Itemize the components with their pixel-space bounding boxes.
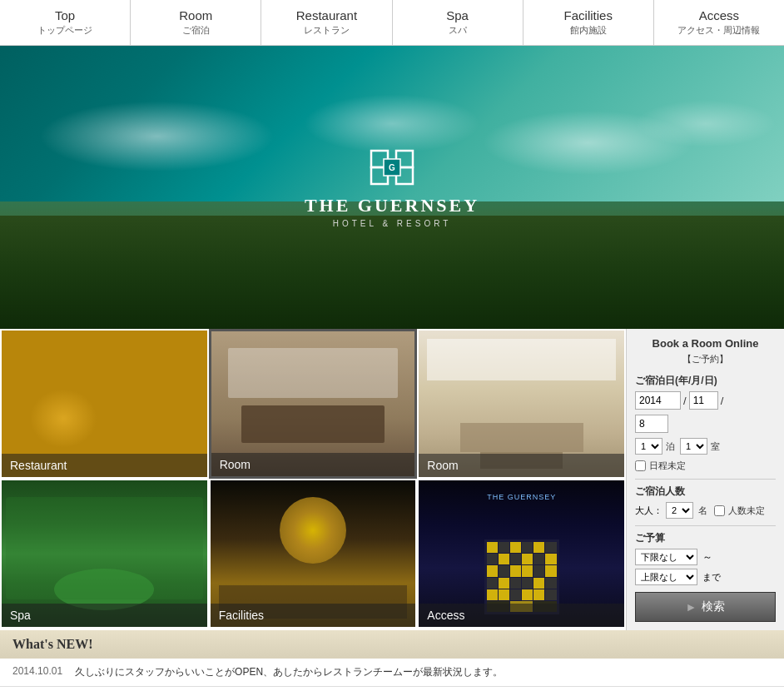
- facilities-label: Facilities: [211, 604, 416, 627]
- whats-new-section: What's NEW! 2014.10.01 久しぶりにスタッフからいいことがO…: [0, 630, 784, 687]
- nav-spa-sub: スパ: [397, 24, 519, 37]
- nav-facilities-sub: 館内施設: [528, 24, 649, 37]
- hero-forest: [0, 216, 784, 329]
- grid-cell-spa[interactable]: Spa: [0, 479, 209, 629]
- grid-cell-room2[interactable]: Room: [417, 329, 626, 479]
- booking-undecided-date-label: 日程未定: [649, 460, 686, 472]
- booking-month-sep: /: [721, 395, 724, 407]
- booking-upper-limit-select[interactable]: 上限なし10000円15000円20000円: [635, 569, 697, 585]
- booking-guests-label: ご宿泊人数: [635, 485, 776, 499]
- booking-panel: Book a Room Online 【ご予約】 ご宿泊日(年/月/日) / /…: [626, 329, 784, 630]
- news-item: 2014.10.01 久しぶりにスタッフからいいことがOPEN、あしたからレスト…: [12, 665, 772, 679]
- booking-adults-row: 大人： 1234 名 人数未定: [635, 502, 776, 519]
- nav-room-main: Room: [135, 8, 256, 22]
- grid-cell-restaurant[interactable]: Restaurant: [0, 329, 209, 479]
- logo-icon: G: [367, 147, 417, 188]
- nav-top-main: Top: [4, 8, 126, 22]
- nav-facilities-main: Facilities: [528, 8, 649, 22]
- search-arrow-icon: ►: [686, 600, 697, 614]
- booking-day-row: [635, 415, 776, 433]
- room2-label: Room: [419, 454, 624, 477]
- booking-budget-upper-row: 上限なし10000円15000円20000円 まで: [635, 569, 776, 585]
- nav-access[interactable]: Access アクセス・周辺情報: [654, 0, 784, 45]
- hero-logo: G THE GUERNSEY HOTEL & RESORT: [305, 147, 479, 228]
- nav-access-sub: アクセス・周辺情報: [658, 24, 780, 37]
- booking-day-input[interactable]: [635, 415, 668, 433]
- nav-room[interactable]: Room ご宿泊: [131, 0, 261, 45]
- booking-undecided-guests-label: 人数未定: [728, 505, 765, 517]
- nav-facilities[interactable]: Facilities 館内施設: [523, 0, 654, 45]
- nav-access-main: Access: [658, 8, 780, 22]
- booking-nights-unit: 泊: [666, 440, 675, 453]
- search-button-label: 検索: [702, 599, 725, 614]
- image-grid: Restaurant Room Room: [0, 329, 626, 630]
- news-date: 2014.10.01: [12, 665, 62, 679]
- nav-top-sub: トップページ: [4, 24, 126, 37]
- booking-nights-select[interactable]: 12345: [635, 438, 662, 455]
- booking-undecided-guests-checkbox[interactable]: [714, 505, 725, 516]
- grid-cell-room1[interactable]: Room: [209, 329, 418, 479]
- logo-sub: HOTEL & RESORT: [305, 219, 479, 228]
- booking-year-sep: /: [683, 395, 687, 407]
- booking-upper-unit: まで: [702, 571, 721, 584]
- booking-date-label: ご宿泊日(年/月/日): [635, 374, 776, 388]
- booking-undecided-date-row: 日程未定: [635, 460, 776, 472]
- booking-rooms-unit: 室: [711, 440, 720, 453]
- content-section: Restaurant Room Room: [0, 329, 784, 630]
- booking-divider2: [635, 525, 776, 526]
- booking-undecided-date-checkbox[interactable]: [635, 460, 646, 471]
- nav-spa-main: Spa: [397, 8, 519, 22]
- booking-subtitle: 【ご予約】: [635, 353, 776, 365]
- booking-nights-rooms-row: 12345 泊 123 室: [635, 438, 776, 455]
- room1-label: Room: [211, 453, 415, 476]
- booking-date-row: / /: [635, 391, 776, 410]
- main-nav: Top トップページ Room ご宿泊 Restaurant レストラン Spa…: [0, 0, 784, 46]
- news-text: 久しぶりにスタッフからいいことがOPEN、あしたからレストランチームーが最新状況…: [75, 665, 503, 679]
- restaurant-label: Restaurant: [2, 454, 207, 477]
- booking-month-input[interactable]: [689, 391, 718, 410]
- booking-adults-unit: 名: [698, 505, 707, 517]
- nav-top[interactable]: Top トップページ: [0, 0, 131, 45]
- nav-spa[interactable]: Spa スパ: [393, 0, 523, 45]
- spa-label: Spa: [2, 604, 207, 627]
- booking-divider1: [635, 479, 776, 480]
- grid-cell-facilities[interactable]: Facilities: [209, 479, 418, 629]
- nav-room-sub: ご宿泊: [135, 24, 256, 37]
- booking-budget-label: ご予算: [635, 531, 776, 545]
- nav-restaurant-sub: レストラン: [265, 24, 387, 37]
- booking-rooms-select[interactable]: 123: [680, 438, 707, 455]
- whats-new-content: 2014.10.01 久しぶりにスタッフからいいことがOPEN、あしたからレスト…: [0, 659, 784, 687]
- booking-tilde: ～: [702, 550, 712, 564]
- whats-new-header: What's NEW!: [0, 630, 784, 659]
- logo-name: THE GUERNSEY: [305, 195, 479, 216]
- nav-restaurant[interactable]: Restaurant レストラン: [261, 0, 392, 45]
- access-label: Access: [419, 604, 624, 627]
- booking-adults-label: 大人：: [635, 505, 662, 517]
- search-button[interactable]: ► 検索: [635, 592, 776, 622]
- hero-section: G THE GUERNSEY HOTEL & RESORT: [0, 46, 784, 329]
- booking-budget-lower-row: 下限なし5000円8000円10000円 ～: [635, 549, 776, 565]
- svg-text:G: G: [389, 163, 395, 172]
- booking-adults-select[interactable]: 1234: [666, 502, 693, 519]
- booking-year-input[interactable]: [635, 391, 681, 410]
- grid-cell-access[interactable]: THE GUERNSEY Access: [417, 479, 626, 629]
- booking-title: Book a Room Online: [635, 337, 776, 350]
- booking-lower-limit-select[interactable]: 下限なし5000円8000円10000円: [635, 549, 697, 565]
- nav-restaurant-main: Restaurant: [265, 8, 387, 22]
